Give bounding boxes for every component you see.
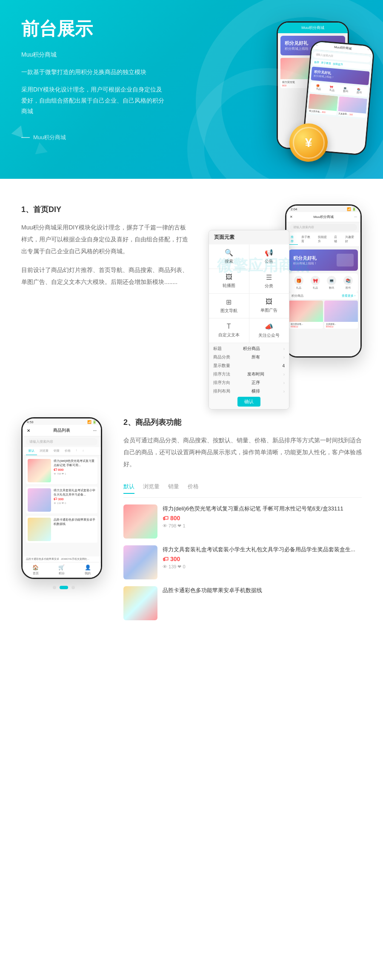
diy-search[interactable]: 请输入搜索内容	[290, 224, 357, 231]
config-item-text[interactable]: T 自定义文本	[209, 318, 249, 343]
form-arrow-title: ›	[283, 347, 285, 351]
pld-tab-price[interactable]: 价格	[188, 483, 199, 494]
nav-user[interactable]: 👤 我的	[85, 565, 91, 576]
digital-label: 数码	[329, 286, 334, 290]
nav-skill[interactable]: 技能提升	[316, 234, 331, 245]
product-section: 4:53 📶 🔋 ✕ 商品列表 ··· 请输入搜索内容 默认 浏览量 销量 价格	[0, 392, 383, 653]
ps-product-2-thumb	[28, 488, 51, 512]
config-item-carousel[interactable]: 🖼 轮播图	[209, 269, 249, 293]
nav-shop[interactable]: 店铺	[332, 234, 341, 245]
nav-recommend[interactable]: 推荐	[289, 234, 298, 245]
nav-child[interactable]: 亲子教育	[300, 234, 314, 245]
config-item-category-label: 分类	[265, 283, 273, 289]
icon-gift2: 🎀 礼品	[311, 276, 320, 290]
pld-tab-default[interactable]: 默认	[123, 483, 134, 494]
pld-price-2: 🏷 300	[163, 556, 362, 562]
form-row-style: 排列布局 横排 ›	[213, 388, 285, 394]
nav-hobby[interactable]: 兴趣爱好	[343, 234, 358, 245]
hero-phone-title: Muu积分商城	[301, 26, 324, 30]
dot-1[interactable]	[53, 586, 56, 589]
config-item-ad[interactable]: 🖼 单图广告	[249, 294, 289, 318]
pld-info-1: 得力(deli)6色荧光笔考试复习重点标记笔 手帐可用水性记号笔6支/盒3311…	[163, 504, 362, 529]
confirm-button[interactable]: 确认	[237, 397, 260, 407]
ps-sort-asc[interactable]: ↑	[73, 447, 80, 455]
ps-back[interactable]: ✕	[27, 428, 30, 433]
ps-product-2-price: 🏷 300	[54, 497, 96, 501]
config-item-carousel-label: 轮播图	[223, 283, 235, 289]
diy-banner-sub: 积分商城上线啦！	[293, 261, 317, 266]
ps-product-1-info: 得力(deli)6色荧光笔考试复习重点标记笔 手帐可用... 🏷 800 👁 7…	[54, 459, 96, 482]
ps-tab-sales[interactable]: 销量	[51, 447, 62, 455]
book-label: 图书	[346, 286, 351, 290]
product-time-text: 4:53	[27, 420, 34, 424]
pld-meta-2: 👁 139 ❤ 0	[163, 564, 362, 570]
ad-icon: 🖼	[266, 298, 272, 306]
ps-search[interactable]: 请输入搜索内容	[26, 438, 97, 445]
config-form: 标题 积分商品 › 商品分类 所有 › 显示数量 4 排序方法	[209, 343, 289, 409]
ps-tab-views[interactable]: 浏览量	[37, 447, 51, 455]
icon-gift1: 🎁 礼品	[294, 276, 303, 290]
form-val-category: 所有	[252, 354, 260, 360]
carousel-icon: 🖼	[226, 273, 232, 281]
nav-cart[interactable]: 🛒 积分	[58, 565, 65, 576]
product-list-title: 积分商品	[292, 294, 303, 298]
pld-thumb-3	[123, 586, 157, 620]
config-item-follow[interactable]: 📣 关注公众号	[249, 318, 289, 343]
form-val-order: 正序	[252, 380, 260, 386]
diy-phone: 2:04 📶 🔋 ✕ Muu积分商城 ··· 请输入搜索内容 推荐 亲子教育	[285, 204, 362, 358]
product-text: 2、商品列表功能 会员可通过商品分类、商品搜索、按默认、销量、价格、新品排序等方…	[123, 417, 362, 627]
coin-symbol: ¥	[293, 127, 325, 159]
ps-product-1-title: 得力(deli)6色荧光笔考试复习重点标记笔 手帐可用...	[54, 459, 96, 467]
ps-tab-price[interactable]: 价格	[62, 447, 73, 455]
config-item-category[interactable]: ☰ 分类	[249, 269, 289, 293]
diy-product-1-info: 得力荧光笔...800积分	[289, 322, 323, 329]
diy-product-1-img	[289, 301, 323, 322]
product-list-display: 默认 浏览量 销量 价格 得力(deli)6色荧光笔考试复习重点标记笔 手帐可用…	[123, 483, 362, 620]
home-label: 首页	[33, 571, 39, 576]
back-icon: ✕	[290, 215, 293, 219]
product-more[interactable]: 查看更多 ›	[342, 294, 355, 298]
config-title: 页面元素	[209, 230, 289, 244]
form-row-category: 商品分类 所有 ›	[213, 354, 285, 360]
ps-product-2-meta: 👁 139 ❤ 0	[54, 501, 96, 505]
hero-products-mini: 得力荧光笔... 800 文具套装... 300	[308, 94, 367, 118]
form-row-title: 标题 积分商品 ›	[213, 346, 285, 352]
hero-subtitle2: 一款基于微擎打造的用积分兑换商品的独立模块	[21, 67, 166, 77]
diy-number: 1、首页DIY	[21, 204, 192, 215]
pld-tab-sales[interactable]: 销量	[168, 483, 179, 494]
form-row-display: 显示数量 4	[213, 363, 285, 369]
hero-subtitle1: Muu积分商城	[21, 49, 166, 60]
nav-home[interactable]: 🏠 首页	[32, 565, 39, 576]
text-icon: T	[227, 323, 231, 330]
follow-icon: 📣	[265, 323, 273, 331]
cart-label: 积分	[59, 571, 65, 576]
gift1-label: 礼品	[296, 286, 301, 290]
digital-icon: 💻	[327, 276, 336, 285]
config-item-nav[interactable]: ⊞ 图文导航	[209, 294, 249, 318]
dot-3[interactable]	[71, 586, 75, 589]
form-arrow-style: ›	[283, 389, 285, 394]
ps-product-2: 得力文具套装礼盒考试套装小学生大礼包文具学习必备... 🏷 300 👁 139 …	[26, 487, 97, 513]
config-item-search[interactable]: 🔍 搜索	[209, 244, 249, 269]
pld-title-3: 品胜卡通彩色多功能苹果安卓手机数据线	[163, 586, 362, 595]
product-content: 4:53 📶 🔋 ✕ 商品列表 ··· 请输入搜索内容 默认 浏览量 销量 价格	[21, 417, 362, 627]
ps-product-1-price: 🏷 800	[54, 467, 96, 472]
form-val-style: 横排	[252, 388, 260, 394]
diy-product-1: 得力荧光笔...800积分	[289, 301, 323, 329]
pld-info-2: 得力文具套装礼盒考试套装小学生大礼包文具学习必备用品学生奖品套装盒生... 🏷 …	[163, 545, 362, 570]
diy-section: 1、首页DIY Muu积分商城采用DIY模块化设计理念，摒弃了千篇一律的古板样式…	[0, 179, 383, 392]
ps-more[interactable]: ···	[93, 428, 97, 433]
ps-tab-default[interactable]: 默认	[26, 447, 37, 455]
product-desc: 会员可通过商品分类、商品搜索、按默认、销量、价格、新品排序等方式第一时间找到适合…	[123, 434, 362, 470]
user-label: 我的	[85, 571, 91, 576]
icon-digital: 💻 数码	[327, 276, 336, 290]
ps-sort-desc[interactable]: ↓	[80, 447, 87, 455]
config-item-text-label: 自定义文本	[218, 332, 240, 338]
more-icon: ···	[354, 215, 357, 219]
pld-tab-views[interactable]: 浏览量	[143, 483, 160, 494]
dot-2[interactable]	[60, 586, 68, 589]
diy-phone-header: ✕ Muu积分商城 ···	[286, 212, 360, 222]
config-item-notice[interactable]: 📢 公告	[249, 244, 289, 269]
config-item-search-label: 搜索	[225, 258, 233, 264]
hero-section: 前台展示 Muu积分商城 一款基于微擎打造的用积分兑换商品的独立模块 采用DIY…	[0, 0, 383, 179]
